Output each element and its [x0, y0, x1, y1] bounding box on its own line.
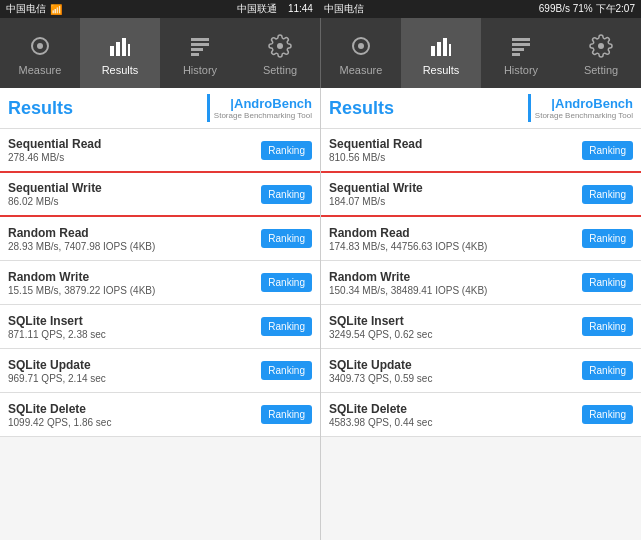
panel-2-logo-area: |AndroBench Storage Benchmarking Tool: [522, 94, 633, 122]
seq-write-name-2: Sequential Write: [329, 181, 423, 195]
row-seq-write-2-info: Sequential Write 184.07 MB/s: [329, 181, 423, 207]
status-right: 699B/s 71% 下午2:07: [539, 2, 635, 16]
row-sqlite-insert-1: SQLite Insert 871.11 QPS, 2.38 sec Ranki…: [0, 305, 320, 349]
carrier1-label: 中国电信: [6, 2, 46, 16]
rand-read-ranking-btn-1[interactable]: Ranking: [261, 229, 312, 248]
time-label: 11:44: [288, 3, 313, 14]
sqlite-insert-name-2: SQLite Insert: [329, 314, 432, 328]
svg-rect-9: [191, 53, 199, 56]
row-rand-read-1-info: Random Read 28.93 MB/s, 7407.98 IOPS (4K…: [8, 226, 155, 252]
nav-measure-label-2: Measure: [340, 64, 383, 76]
nav-history-2[interactable]: History: [481, 18, 561, 88]
setting-icon-1: [266, 32, 294, 60]
nav-measure-1[interactable]: Measure: [0, 18, 80, 88]
sqlite-insert-ranking-btn-1[interactable]: Ranking: [261, 317, 312, 336]
nav-results-label-2: Results: [423, 64, 460, 76]
panel-2: Results |AndroBench Storage Benchmarking…: [320, 88, 641, 540]
row-sqlite-delete-2-info: SQLite Delete 4583.98 QPS, 0.44 sec: [329, 402, 432, 428]
row-rand-write-2: Random Write 150.34 MB/s, 38489.41 IOPS …: [321, 261, 641, 305]
rand-read-name-2: Random Read: [329, 226, 487, 240]
measure-icon-1: [26, 32, 54, 60]
svg-rect-16: [512, 38, 530, 41]
rand-read-value-1: 28.93 MB/s, 7407.98 IOPS (4KB): [8, 241, 155, 252]
sqlite-update-value-2: 3409.73 QPS, 0.59 sec: [329, 373, 432, 384]
nav-panel-2: Measure Results History Setting: [321, 18, 641, 88]
results-icon-1: [106, 32, 134, 60]
sqlite-update-name-2: SQLite Update: [329, 358, 432, 372]
row-sqlite-insert-1-info: SQLite Insert 871.11 QPS, 2.38 sec: [8, 314, 106, 340]
row-sqlite-update-1: SQLite Update 969.71 QPS, 2.14 sec Ranki…: [0, 349, 320, 393]
sqlite-delete-value-2: 4583.98 QPS, 0.44 sec: [329, 417, 432, 428]
seq-read-name-1: Sequential Read: [8, 137, 101, 151]
panel-2-title: Results: [329, 98, 394, 119]
nav-history-1[interactable]: History: [160, 18, 240, 88]
nav-panel-1: Measure Results History Setting: [0, 18, 320, 88]
nav-setting-2[interactable]: Setting: [561, 18, 641, 88]
rand-read-ranking-btn-2[interactable]: Ranking: [582, 229, 633, 248]
nav-setting-1[interactable]: Setting: [240, 18, 320, 88]
panel-1-header: Results |AndroBench Storage Benchmarking…: [0, 88, 320, 129]
seq-read-value-1: 278.46 MB/s: [8, 152, 101, 163]
status-center: 中国联通 11:44 中国电信: [237, 2, 364, 16]
history-icon-1: [186, 32, 214, 60]
rand-write-ranking-btn-2[interactable]: Ranking: [582, 273, 633, 292]
sqlite-insert-value-1: 871.11 QPS, 2.38 sec: [8, 329, 106, 340]
svg-rect-6: [191, 38, 209, 41]
sqlite-update-ranking-btn-2[interactable]: Ranking: [582, 361, 633, 380]
svg-rect-13: [437, 42, 441, 56]
measure-icon-2: [347, 32, 375, 60]
signal-icons: 📶: [50, 4, 62, 15]
panel-2-header: Results |AndroBench Storage Benchmarking…: [321, 88, 641, 129]
status-info: 699B/s 71% 下午2:07: [539, 2, 635, 16]
rand-write-ranking-btn-1[interactable]: Ranking: [261, 273, 312, 292]
nav-results-1[interactable]: Results: [80, 18, 160, 88]
row-rand-write-1: Random Write 15.15 MB/s, 3879.22 IOPS (4…: [0, 261, 320, 305]
svg-rect-12: [431, 46, 435, 56]
sqlite-delete-ranking-btn-2[interactable]: Ranking: [582, 405, 633, 424]
logo-bar-2: [528, 94, 531, 122]
sqlite-insert-value-2: 3249.54 QPS, 0.62 sec: [329, 329, 432, 340]
sqlite-delete-ranking-btn-1[interactable]: Ranking: [261, 405, 312, 424]
svg-rect-8: [191, 48, 203, 51]
sqlite-update-name-1: SQLite Update: [8, 358, 106, 372]
sqlite-insert-ranking-btn-2[interactable]: Ranking: [582, 317, 633, 336]
svg-rect-17: [512, 43, 530, 46]
rand-write-name-1: Random Write: [8, 270, 155, 284]
seq-read-ranking-btn-1[interactable]: Ranking: [261, 141, 312, 160]
history-icon-2: [507, 32, 535, 60]
rand-read-name-1: Random Read: [8, 226, 155, 240]
row-sqlite-delete-1-info: SQLite Delete 1099.42 QPS, 1.86 sec: [8, 402, 111, 428]
row-seq-read-2-info: Sequential Read 810.56 MB/s: [329, 137, 422, 163]
panel-1-title: Results: [8, 98, 73, 119]
seq-write-ranking-btn-1[interactable]: Ranking: [261, 185, 312, 204]
sqlite-delete-value-1: 1099.42 QPS, 1.86 sec: [8, 417, 111, 428]
nav-results-2[interactable]: Results: [401, 18, 481, 88]
row-seq-write-1: Sequential Write 86.02 MB/s Ranking: [0, 173, 320, 217]
sqlite-update-value-1: 969.71 QPS, 2.14 sec: [8, 373, 106, 384]
row-seq-write-2: Sequential Write 184.07 MB/s Ranking: [321, 173, 641, 217]
row-seq-read-2: Sequential Read 810.56 MB/s Ranking: [321, 129, 641, 173]
ab-sub-2: Storage Benchmarking Tool: [535, 111, 633, 120]
panel-1: Results |AndroBench Storage Benchmarking…: [0, 88, 320, 540]
seq-write-ranking-btn-2[interactable]: Ranking: [582, 185, 633, 204]
nav-measure-2[interactable]: Measure: [321, 18, 401, 88]
svg-rect-2: [110, 46, 114, 56]
carrier3-label: 中国电信: [324, 3, 364, 14]
nav-history-label-2: History: [504, 64, 538, 76]
seq-read-ranking-btn-2[interactable]: Ranking: [582, 141, 633, 160]
nav-bar: Measure Results History Setting: [0, 18, 641, 88]
androbench-logo-1: |AndroBench Storage Benchmarking Tool: [214, 96, 312, 120]
svg-rect-3: [116, 42, 120, 56]
row-sqlite-insert-2-info: SQLite Insert 3249.54 QPS, 0.62 sec: [329, 314, 432, 340]
sqlite-delete-name-2: SQLite Delete: [329, 402, 432, 416]
row-rand-read-2-info: Random Read 174.83 MB/s, 44756.63 IOPS (…: [329, 226, 487, 252]
carrier2-label: 中国联通: [237, 3, 277, 14]
ab-brand-1: |AndroBench: [214, 96, 312, 111]
content-area: Results |AndroBench Storage Benchmarking…: [0, 88, 641, 540]
seq-write-value-2: 184.07 MB/s: [329, 196, 423, 207]
svg-rect-5: [128, 44, 130, 56]
panel-1-logo-area: |AndroBench Storage Benchmarking Tool: [201, 94, 312, 122]
sqlite-update-ranking-btn-1[interactable]: Ranking: [261, 361, 312, 380]
sqlite-delete-name-1: SQLite Delete: [8, 402, 111, 416]
ab-brand-2: |AndroBench: [535, 96, 633, 111]
